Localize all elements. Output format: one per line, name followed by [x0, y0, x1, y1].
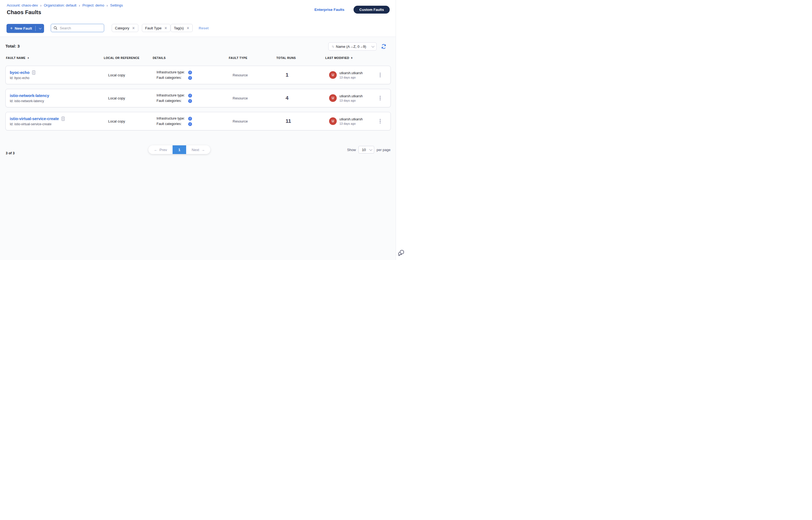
avatar: U: [329, 71, 337, 79]
breadcrumb-settings-link[interactable]: Settings: [110, 3, 123, 7]
close-icon[interactable]: ✕: [132, 26, 135, 30]
close-icon[interactable]: ✕: [164, 26, 167, 30]
modified-by-user: utkarsh.utkarsh: [339, 71, 362, 75]
fault-categories-label: Fault categories:: [156, 76, 188, 80]
modified-by-user: utkarsh.utkarsh: [339, 118, 362, 121]
new-fault-label: New Fault: [15, 26, 32, 30]
column-header-fault-name[interactable]: FAULT NAME ▲: [6, 56, 104, 59]
avatar: U: [329, 118, 337, 125]
filter-chip-category[interactable]: Category ✕: [112, 24, 138, 32]
fault-id: Id: byoc-echo: [10, 76, 108, 80]
page-size-value: 10: [362, 148, 366, 152]
breadcrumb-account-link[interactable]: Account: chaos-dev: [7, 3, 38, 7]
infrastructure-type-label: Infrastructure type:: [156, 70, 188, 74]
new-fault-button[interactable]: + New Fault: [6, 24, 44, 33]
filter-category-label: Category: [115, 26, 129, 30]
table-row: byoc-echo Id: byoc-echo Local copy Infra…: [5, 66, 391, 84]
chevron-down-icon: [369, 148, 372, 151]
chat-help-icon[interactable]: [398, 250, 405, 257]
column-header-fault-type: FAULT TYPE: [229, 56, 276, 59]
details-header-label: DETAILS: [153, 56, 166, 59]
modified-date: 13 days ago: [339, 99, 362, 102]
kubernetes-icon: [188, 99, 233, 103]
infrastructure-type-label: Infrastructure type:: [156, 94, 188, 97]
enterprise-faults-link[interactable]: Enterprise Faults: [314, 8, 344, 12]
column-header-total-runs: TOTAL RUNS: [276, 56, 325, 59]
filter-fault-type-label: Fault Type: [145, 26, 161, 30]
last-modified-header-label: LAST MODIFIED: [325, 56, 349, 59]
kebab-menu-icon[interactable]: [378, 118, 382, 125]
kubernetes-icon: [188, 116, 233, 121]
reset-filters-button[interactable]: Reset: [199, 24, 209, 32]
table-row: istio-virtual-service-create Id: istio-v…: [5, 112, 391, 130]
prev-label: Prev: [159, 148, 167, 152]
local-or-reference-value: Local copy: [108, 73, 156, 77]
filter-chip-tags[interactable]: Tag(s) ✕: [171, 24, 193, 32]
copy-icon[interactable]: [32, 70, 35, 75]
chaos-faults-page: Account: chaos-dev› Organization: defaul…: [0, 0, 406, 260]
fault-type-value: Resource: [233, 73, 280, 77]
chevron-down-icon: [372, 45, 375, 48]
page-size-select[interactable]: 10: [358, 146, 374, 154]
prev-page-button[interactable]: ← Prev: [148, 145, 173, 154]
pagination-range: 3 of 3: [6, 151, 15, 155]
table-header-row: FAULT NAME ▲ LOCAL OR REFERENCE DETAILS …: [5, 56, 391, 59]
sort-dropdown[interactable]: ↑↓ Name (A→Z, 0→9): [328, 43, 377, 51]
kebab-menu-icon[interactable]: [378, 71, 382, 79]
total-runs-value: 4: [280, 95, 329, 101]
breadcrumb: Account: chaos-dev› Organization: defaul…: [7, 3, 123, 7]
modified-by-user: utkarsh.utkarsh: [339, 94, 362, 98]
local-or-reference-value: Local copy: [108, 96, 156, 100]
per-page-label: per page: [377, 148, 390, 152]
total-runs-value: 11: [280, 118, 329, 124]
modified-date: 13 days ago: [339, 76, 362, 79]
fault-categories-label: Fault categories:: [156, 99, 188, 103]
filter-chip-fault-type[interactable]: Fault Type ✕: [142, 24, 170, 32]
table-row: istio-network-latency Id: istio-network-…: [5, 89, 391, 107]
breadcrumb-separator: ›: [40, 3, 41, 7]
modified-date: 13 days ago: [339, 122, 362, 125]
fault-name-link[interactable]: istio-network-latency: [10, 94, 49, 98]
column-header-last-modified[interactable]: LAST MODIFIED ▲▼: [325, 56, 369, 59]
fault-type-value: Resource: [233, 119, 280, 123]
column-header-local-or-reference: LOCAL OR REFERENCE: [104, 56, 153, 59]
arrow-right-icon: →: [201, 148, 205, 152]
fault-name-header-label: FAULT NAME: [6, 56, 26, 59]
pagination: ← Prev 1 Next →: [148, 145, 210, 154]
fault-type-header-label: FAULT TYPE: [229, 56, 247, 59]
search-input[interactable]: [60, 26, 108, 30]
search-box[interactable]: [51, 24, 104, 32]
filter-tags-label: Tag(s): [174, 26, 184, 30]
fault-name-link[interactable]: istio-virtual-service-create: [10, 116, 59, 121]
fault-name-link[interactable]: byoc-echo: [10, 70, 30, 75]
close-icon[interactable]: ✕: [186, 26, 189, 30]
plus-icon: +: [10, 26, 13, 31]
breadcrumb-organization-link[interactable]: Organization: default: [44, 3, 76, 7]
infrastructure-type-label: Infrastructure type:: [156, 116, 188, 120]
page-header: Account: chaos-dev› Organization: defaul…: [0, 0, 396, 37]
page-1-button[interactable]: 1: [173, 145, 186, 154]
refresh-icon[interactable]: [381, 44, 386, 49]
copy-icon[interactable]: [61, 116, 65, 121]
total-runs-value: 1: [280, 72, 329, 78]
custom-faults-button[interactable]: Custom Faults: [354, 6, 390, 14]
kebab-menu-icon[interactable]: [378, 94, 382, 102]
local-or-reference-header-label: LOCAL OR REFERENCE: [104, 56, 139, 59]
arrow-left-icon: ←: [154, 148, 158, 152]
page-size-control: Show 10 per page: [347, 145, 390, 154]
breadcrumb-project-link[interactable]: Project: demo: [82, 3, 104, 7]
breadcrumb-separator: ›: [79, 3, 80, 7]
avatar: U: [329, 94, 337, 102]
fault-id: Id: istio-virtual-service-create: [10, 122, 108, 126]
kubernetes-icon: [188, 76, 233, 80]
next-page-button[interactable]: Next →: [186, 145, 210, 154]
sort-dropdown-value: Name (A→Z, 0→9): [336, 45, 369, 49]
breadcrumb-separator: ›: [106, 3, 108, 7]
kubernetes-icon: [188, 94, 233, 98]
local-or-reference-value: Local copy: [108, 119, 156, 123]
column-header-details: DETAILS: [153, 56, 229, 59]
sort-arrows-icon: ↑↓: [332, 45, 334, 48]
fault-type-value: Resource: [233, 96, 280, 100]
fault-id: Id: istio-network-latency: [10, 99, 108, 103]
new-fault-dropdown-button[interactable]: [35, 24, 44, 33]
